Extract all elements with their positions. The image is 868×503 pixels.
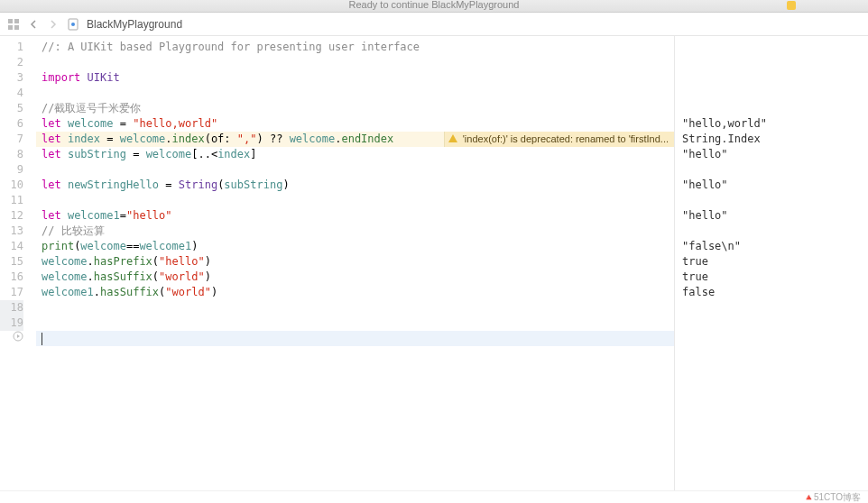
footer: 🔺51CTO博客	[0, 490, 868, 503]
breadcrumb-file-name[interactable]: BlackMyPlayground	[87, 18, 182, 31]
result-line: "hello"	[675, 147, 868, 162]
line-number: 14	[0, 239, 23, 254]
line-number: 3	[0, 70, 23, 86]
line-number: 7	[0, 132, 23, 147]
code-line[interactable]: // 比较运算	[36, 224, 674, 239]
line-number: 6	[0, 116, 23, 132]
line-number: 5	[0, 101, 23, 116]
warning-triangle-icon	[448, 134, 457, 142]
cursor-line[interactable]	[36, 331, 674, 346]
window-titlebar: Ready to continue BlackMyPlayground	[0, 0, 868, 13]
svg-point-5	[71, 23, 75, 26]
code-line[interactable]	[36, 162, 674, 178]
line-number: 16	[0, 270, 23, 285]
code-line[interactable]	[36, 55, 674, 70]
line-number: 2	[0, 55, 23, 70]
line-number: 11	[0, 193, 23, 208]
code-content[interactable]: //: A UIKit based Playground for present…	[36, 36, 674, 346]
breadcrumb: BlackMyPlayground	[0, 13, 868, 36]
result-line	[675, 40, 868, 55]
result-line: true	[675, 254, 868, 270]
build-status-text: Ready to continue BlackMyPlayground	[349, 0, 520, 10]
code-line[interactable]	[36, 193, 674, 208]
line-number: 18	[0, 300, 23, 316]
line-number: 9	[0, 162, 23, 178]
nav-forward-icon[interactable]	[47, 18, 60, 31]
result-line	[675, 86, 868, 101]
watermark-text: 🔺51CTO博客	[803, 492, 861, 502]
run-line-icon[interactable]	[13, 331, 23, 346]
code-line[interactable]: import UIKit	[36, 70, 674, 86]
line-number: 19	[0, 316, 23, 331]
warning-indicator-icon	[787, 1, 796, 10]
result-line	[675, 193, 868, 208]
line-number: 8	[0, 147, 23, 162]
line-number: 1	[0, 40, 23, 55]
result-line	[675, 101, 868, 116]
result-line: String.Index	[675, 132, 868, 147]
line-number: 12	[0, 208, 23, 224]
code-line[interactable]: welcome1.hasSuffix("world")	[36, 285, 674, 300]
line-number: 13	[0, 224, 23, 239]
code-line[interactable]	[36, 86, 674, 101]
code-line[interactable]: //: A UIKit based Playground for present…	[36, 40, 674, 55]
code-line[interactable]: //截取逗号千米爱你	[36, 101, 674, 116]
line-number-gutter: 12345678910111213141516171819	[0, 36, 32, 346]
results-sidebar: "hello,world"String.Index"hello""hello""…	[675, 36, 868, 490]
code-line[interactable]: print(welcome==welcome1)	[36, 239, 674, 254]
svg-rect-0	[8, 19, 13, 23]
inline-warning[interactable]: 'index(of:)' is deprecated: renamed to '…	[444, 132, 674, 147]
result-line	[675, 70, 868, 86]
result-line: "hello,world"	[675, 116, 868, 132]
playground-file-icon	[67, 18, 79, 31]
result-line: "hello"	[675, 208, 868, 224]
code-line[interactable]	[36, 316, 674, 331]
svg-rect-2	[8, 25, 13, 30]
code-line[interactable]: let index = welcome.index(of: ",") ?? we…	[36, 132, 674, 147]
main-area: 12345678910111213141516171819 //: A UIKi…	[0, 36, 868, 490]
svg-rect-3	[14, 25, 19, 30]
code-line[interactable]: welcome.hasSuffix("world")	[36, 270, 674, 285]
line-number: 17	[0, 285, 23, 300]
svg-rect-1	[14, 19, 19, 23]
nav-back-icon[interactable]	[27, 18, 40, 31]
line-number: 15	[0, 254, 23, 270]
result-line: true	[675, 270, 868, 285]
result-line	[675, 55, 868, 70]
code-line[interactable]	[36, 300, 674, 316]
code-line[interactable]: let newStringHello = String(subString)	[36, 178, 674, 193]
result-line: "false\n"	[675, 239, 868, 254]
code-editor[interactable]: 12345678910111213141516171819 //: A UIKi…	[0, 36, 675, 490]
code-line[interactable]: let welcome1="hello"	[36, 208, 674, 224]
code-line[interactable]: let welcome = "hello,world"	[36, 116, 674, 132]
result-line	[675, 162, 868, 178]
code-line[interactable]: let subString = welcome[..<index]	[36, 147, 674, 162]
line-number: 4	[0, 86, 23, 101]
warning-text: 'index(of:)' is deprecated: renamed to '…	[463, 132, 669, 147]
result-line: "hello"	[675, 178, 868, 193]
code-line[interactable]: welcome.hasPrefix("hello")	[36, 254, 674, 270]
related-items-icon[interactable]	[7, 18, 20, 31]
result-line	[675, 224, 868, 239]
line-number: 10	[0, 178, 23, 193]
result-line: false	[675, 285, 868, 300]
